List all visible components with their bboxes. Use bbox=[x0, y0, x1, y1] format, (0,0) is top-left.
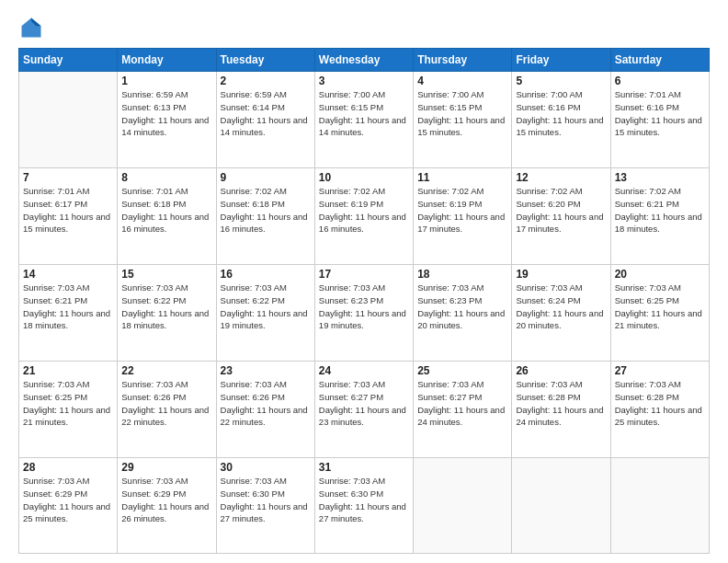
day-number: 1 bbox=[121, 75, 211, 87]
day-number: 11 bbox=[417, 171, 507, 184]
page: SundayMondayTuesdayWednesdayThursdayFrid… bbox=[0, 0, 728, 563]
weekday-header: Saturday bbox=[610, 49, 709, 72]
day-info: Sunrise: 7:00 AM Sunset: 6:16 PM Dayligh… bbox=[516, 88, 606, 139]
calendar-cell: 1Sunrise: 6:59 AM Sunset: 6:13 PM Daylig… bbox=[118, 72, 216, 168]
day-number: 6 bbox=[615, 75, 705, 87]
day-number: 24 bbox=[319, 364, 409, 377]
day-number: 26 bbox=[516, 364, 606, 377]
calendar-cell bbox=[512, 458, 610, 554]
weekday-header: Friday bbox=[512, 49, 610, 72]
day-number: 7 bbox=[23, 171, 113, 184]
day-info: Sunrise: 7:03 AM Sunset: 6:26 PM Dayligh… bbox=[121, 378, 211, 429]
day-info: Sunrise: 7:03 AM Sunset: 6:28 PM Dayligh… bbox=[615, 378, 705, 429]
day-info: Sunrise: 7:03 AM Sunset: 6:21 PM Dayligh… bbox=[23, 282, 113, 332]
day-number: 27 bbox=[615, 364, 705, 377]
calendar-cell: 23Sunrise: 7:03 AM Sunset: 6:26 PM Dayli… bbox=[216, 362, 314, 458]
calendar-cell: 13Sunrise: 7:02 AM Sunset: 6:21 PM Dayli… bbox=[610, 168, 709, 265]
calendar-cell: 27Sunrise: 7:03 AM Sunset: 6:28 PM Dayli… bbox=[610, 362, 709, 458]
day-info: Sunrise: 7:02 AM Sunset: 6:20 PM Dayligh… bbox=[516, 185, 606, 236]
day-info: Sunrise: 6:59 AM Sunset: 6:13 PM Dayligh… bbox=[121, 88, 211, 139]
day-number: 25 bbox=[417, 364, 507, 377]
day-info: Sunrise: 7:01 AM Sunset: 6:17 PM Dayligh… bbox=[23, 185, 113, 236]
day-number: 5 bbox=[516, 75, 606, 87]
day-number: 9 bbox=[221, 171, 311, 184]
day-number: 22 bbox=[121, 364, 211, 377]
day-info: Sunrise: 7:00 AM Sunset: 6:15 PM Dayligh… bbox=[319, 88, 409, 139]
day-info: Sunrise: 7:03 AM Sunset: 6:30 PM Dayligh… bbox=[221, 475, 311, 525]
calendar-cell: 28Sunrise: 7:03 AM Sunset: 6:29 PM Dayli… bbox=[19, 458, 118, 554]
day-number: 21 bbox=[23, 364, 113, 377]
weekday-header: Tuesday bbox=[216, 49, 314, 72]
logo-icon bbox=[18, 15, 44, 40]
day-number: 10 bbox=[319, 171, 409, 184]
day-info: Sunrise: 7:03 AM Sunset: 6:25 PM Dayligh… bbox=[23, 378, 113, 429]
day-info: Sunrise: 7:03 AM Sunset: 6:27 PM Dayligh… bbox=[417, 378, 507, 429]
day-number: 23 bbox=[221, 364, 311, 377]
calendar-cell: 29Sunrise: 7:03 AM Sunset: 6:29 PM Dayli… bbox=[118, 458, 216, 554]
day-info: Sunrise: 7:03 AM Sunset: 6:22 PM Dayligh… bbox=[121, 282, 211, 332]
calendar-cell: 12Sunrise: 7:02 AM Sunset: 6:20 PM Dayli… bbox=[512, 168, 610, 265]
day-number: 29 bbox=[121, 461, 211, 474]
calendar-cell: 6Sunrise: 7:01 AM Sunset: 6:16 PM Daylig… bbox=[610, 72, 709, 168]
day-number: 12 bbox=[516, 171, 606, 184]
calendar-cell: 11Sunrise: 7:02 AM Sunset: 6:19 PM Dayli… bbox=[414, 168, 512, 265]
day-number: 28 bbox=[23, 461, 113, 474]
day-info: Sunrise: 7:03 AM Sunset: 6:29 PM Dayligh… bbox=[121, 475, 211, 525]
day-number: 2 bbox=[221, 75, 311, 87]
day-number: 8 bbox=[121, 171, 211, 184]
calendar-cell: 3Sunrise: 7:00 AM Sunset: 6:15 PM Daylig… bbox=[314, 72, 413, 168]
calendar-cell: 25Sunrise: 7:03 AM Sunset: 6:27 PM Dayli… bbox=[414, 362, 512, 458]
day-info: Sunrise: 6:59 AM Sunset: 6:14 PM Dayligh… bbox=[221, 88, 311, 139]
calendar-cell bbox=[610, 458, 709, 554]
header bbox=[18, 15, 710, 40]
day-number: 4 bbox=[417, 75, 507, 87]
day-number: 30 bbox=[221, 461, 311, 474]
calendar-cell: 30Sunrise: 7:03 AM Sunset: 6:30 PM Dayli… bbox=[216, 458, 314, 554]
calendar-cell: 20Sunrise: 7:03 AM Sunset: 6:25 PM Dayli… bbox=[610, 265, 709, 362]
day-info: Sunrise: 7:03 AM Sunset: 6:30 PM Dayligh… bbox=[319, 475, 409, 525]
day-number: 14 bbox=[23, 268, 113, 281]
day-info: Sunrise: 7:02 AM Sunset: 6:18 PM Dayligh… bbox=[221, 185, 311, 236]
day-info: Sunrise: 7:03 AM Sunset: 6:23 PM Dayligh… bbox=[417, 282, 507, 332]
calendar-cell bbox=[414, 458, 512, 554]
day-number: 20 bbox=[615, 268, 705, 281]
weekday-header: Sunday bbox=[19, 49, 118, 72]
calendar-cell: 4Sunrise: 7:00 AM Sunset: 6:15 PM Daylig… bbox=[414, 72, 512, 168]
day-number: 15 bbox=[121, 268, 211, 281]
day-info: Sunrise: 7:02 AM Sunset: 6:19 PM Dayligh… bbox=[417, 185, 507, 236]
calendar-cell: 16Sunrise: 7:03 AM Sunset: 6:22 PM Dayli… bbox=[216, 265, 314, 362]
day-info: Sunrise: 7:03 AM Sunset: 6:29 PM Dayligh… bbox=[23, 475, 113, 525]
calendar-cell: 31Sunrise: 7:03 AM Sunset: 6:30 PM Dayli… bbox=[314, 458, 413, 554]
calendar-cell bbox=[19, 72, 118, 168]
day-info: Sunrise: 7:03 AM Sunset: 6:25 PM Dayligh… bbox=[615, 282, 705, 332]
weekday-header: Monday bbox=[118, 49, 216, 72]
day-info: Sunrise: 7:02 AM Sunset: 6:21 PM Dayligh… bbox=[615, 185, 705, 236]
calendar-cell: 14Sunrise: 7:03 AM Sunset: 6:21 PM Dayli… bbox=[19, 265, 118, 362]
day-info: Sunrise: 7:03 AM Sunset: 6:28 PM Dayligh… bbox=[516, 378, 606, 429]
day-number: 19 bbox=[516, 268, 606, 281]
day-info: Sunrise: 7:00 AM Sunset: 6:15 PM Dayligh… bbox=[417, 88, 507, 139]
day-info: Sunrise: 7:03 AM Sunset: 6:23 PM Dayligh… bbox=[319, 282, 409, 332]
day-number: 13 bbox=[615, 171, 705, 184]
weekday-header: Thursday bbox=[414, 49, 512, 72]
weekday-header: Wednesday bbox=[314, 49, 413, 72]
calendar-cell: 21Sunrise: 7:03 AM Sunset: 6:25 PM Dayli… bbox=[19, 362, 118, 458]
calendar-cell: 8Sunrise: 7:01 AM Sunset: 6:18 PM Daylig… bbox=[118, 168, 216, 265]
day-number: 3 bbox=[319, 75, 409, 87]
calendar-cell: 9Sunrise: 7:02 AM Sunset: 6:18 PM Daylig… bbox=[216, 168, 314, 265]
logo bbox=[18, 15, 48, 40]
day-info: Sunrise: 7:02 AM Sunset: 6:19 PM Dayligh… bbox=[319, 185, 409, 236]
calendar-cell: 5Sunrise: 7:00 AM Sunset: 6:16 PM Daylig… bbox=[512, 72, 610, 168]
calendar-cell: 7Sunrise: 7:01 AM Sunset: 6:17 PM Daylig… bbox=[19, 168, 118, 265]
calendar-cell: 24Sunrise: 7:03 AM Sunset: 6:27 PM Dayli… bbox=[314, 362, 413, 458]
calendar-table: SundayMondayTuesdayWednesdayThursdayFrid… bbox=[18, 48, 710, 554]
day-number: 31 bbox=[319, 461, 409, 474]
calendar-cell: 2Sunrise: 6:59 AM Sunset: 6:14 PM Daylig… bbox=[216, 72, 314, 168]
day-info: Sunrise: 7:03 AM Sunset: 6:24 PM Dayligh… bbox=[516, 282, 606, 332]
calendar-cell: 19Sunrise: 7:03 AM Sunset: 6:24 PM Dayli… bbox=[512, 265, 610, 362]
calendar-cell: 17Sunrise: 7:03 AM Sunset: 6:23 PM Dayli… bbox=[314, 265, 413, 362]
calendar-cell: 15Sunrise: 7:03 AM Sunset: 6:22 PM Dayli… bbox=[118, 265, 216, 362]
day-number: 17 bbox=[319, 268, 409, 281]
day-number: 18 bbox=[417, 268, 507, 281]
calendar-cell: 26Sunrise: 7:03 AM Sunset: 6:28 PM Dayli… bbox=[512, 362, 610, 458]
